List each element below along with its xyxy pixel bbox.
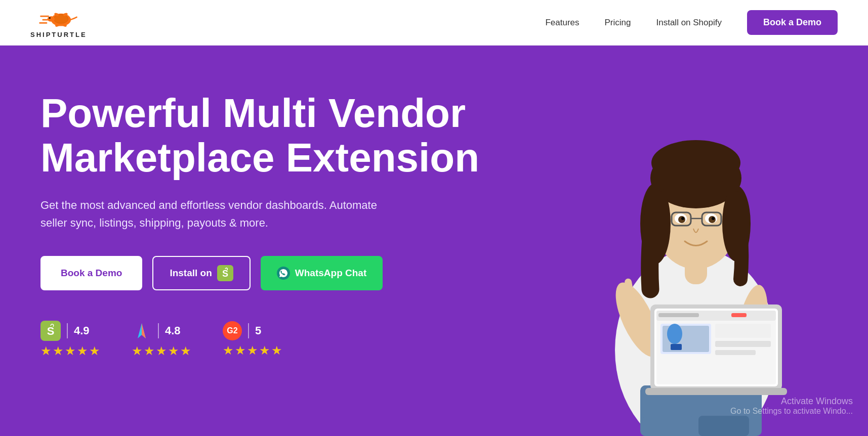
shopify-rating-icon: S [40, 321, 61, 341]
svg-rect-48 [715, 350, 756, 355]
svg-point-50 [667, 324, 682, 344]
svg-rect-43 [658, 313, 699, 317]
hero-person-svg [549, 57, 843, 436]
nav-install[interactable]: Install on Shopify [656, 18, 722, 28]
logo-text: SHIPTURTLE [30, 31, 87, 38]
capterra-rating-icon [132, 321, 152, 341]
svg-marker-17 [142, 323, 146, 338]
divider [248, 323, 249, 338]
hero-install-button[interactable]: Install on S [152, 256, 250, 290]
svg-rect-20 [643, 416, 693, 436]
nav-features[interactable]: Features [545, 18, 579, 28]
whatsapp-icon [277, 267, 290, 280]
shopify-icon: S [217, 265, 233, 281]
svg-point-1 [54, 14, 68, 23]
hero-whatsapp-button[interactable]: WhatsApp Chat [261, 256, 383, 290]
g2-score: 5 [255, 324, 261, 337]
logo[interactable]: SHIPTURTLE [30, 7, 87, 38]
nav-links: Features Pricing Install on Shopify Book… [545, 10, 838, 35]
hero-content: Powerful Multi Vendor Marketplace Extens… [40, 76, 506, 358]
svg-point-34 [681, 217, 684, 220]
svg-point-29 [651, 140, 740, 186]
capterra-rating: 4.8 ★★★★★ [132, 321, 192, 358]
svg-point-3 [49, 17, 51, 19]
svg-point-2 [48, 16, 55, 22]
svg-rect-21 [698, 416, 749, 436]
navbar-book-demo-button[interactable]: Book a Demo [747, 10, 838, 35]
hero-subtitle: Get the most advanced and effortless ven… [40, 196, 385, 232]
g2-rating: G2 5 ★★★★★ [223, 321, 283, 358]
hero-section: Powerful Multi Vendor Marketplace Extens… [0, 46, 868, 436]
shopify-rating: S 4.9 ★★★★★ [40, 321, 101, 358]
divider [67, 323, 68, 338]
hero-title: Powerful Multi Vendor Marketplace Extens… [40, 91, 506, 180]
svg-rect-47 [715, 341, 771, 347]
svg-rect-52 [645, 388, 787, 395]
svg-rect-44 [731, 313, 747, 317]
shopify-score: 4.9 [74, 324, 90, 337]
logo-icon [38, 7, 79, 30]
g2-stars: ★★★★★ [223, 343, 283, 358]
hero-buttons: Book a Demo Install on S WhatsApp Chat [40, 256, 506, 290]
g2-rating-icon: G2 [223, 321, 242, 340]
svg-point-35 [712, 217, 715, 220]
shopify-stars: ★★★★★ [40, 344, 101, 358]
hero-person-image [524, 46, 868, 436]
navbar: SHIPTURTLE Features Pricing Install on S… [0, 0, 868, 46]
ratings-row: S 4.9 ★★★★★ 4.8 [40, 321, 506, 358]
svg-rect-51 [671, 344, 682, 350]
capterra-score: 4.8 [165, 324, 181, 337]
divider [158, 323, 159, 338]
capterra-stars: ★★★★★ [132, 344, 192, 358]
nav-pricing[interactable]: Pricing [605, 18, 631, 28]
svg-rect-46 [715, 324, 771, 338]
hero-book-demo-button[interactable]: Book a Demo [40, 256, 142, 290]
